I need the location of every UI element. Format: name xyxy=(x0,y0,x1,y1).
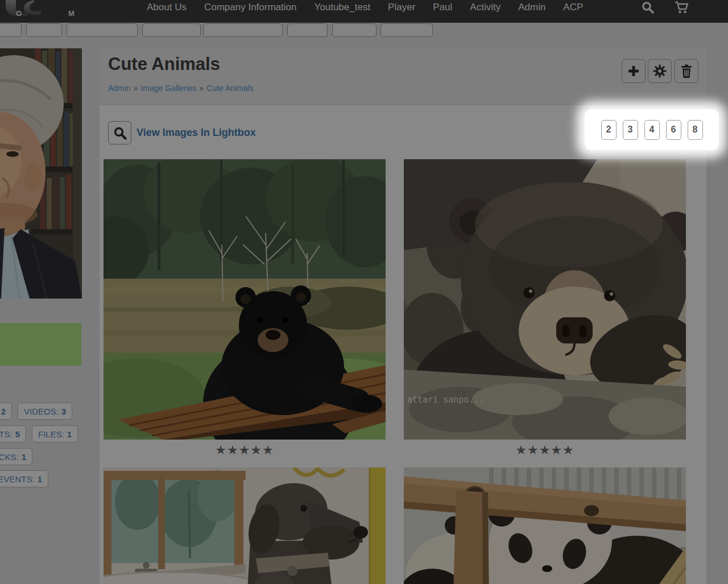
pagination-button-2[interactable]: 2 xyxy=(601,120,617,140)
pagination-button-8[interactable]: 8 xyxy=(688,120,703,140)
pagination-button-3[interactable]: 3 xyxy=(623,120,638,140)
pagination-button-4[interactable]: 4 xyxy=(644,120,660,140)
pagination-button-6[interactable]: 6 xyxy=(666,120,681,140)
screen: O M About UsCompany InformationYoutube_t… xyxy=(0,0,728,584)
pagination-spotlight: 23468 xyxy=(585,109,719,150)
tutorial-dim-overlay xyxy=(0,0,728,584)
